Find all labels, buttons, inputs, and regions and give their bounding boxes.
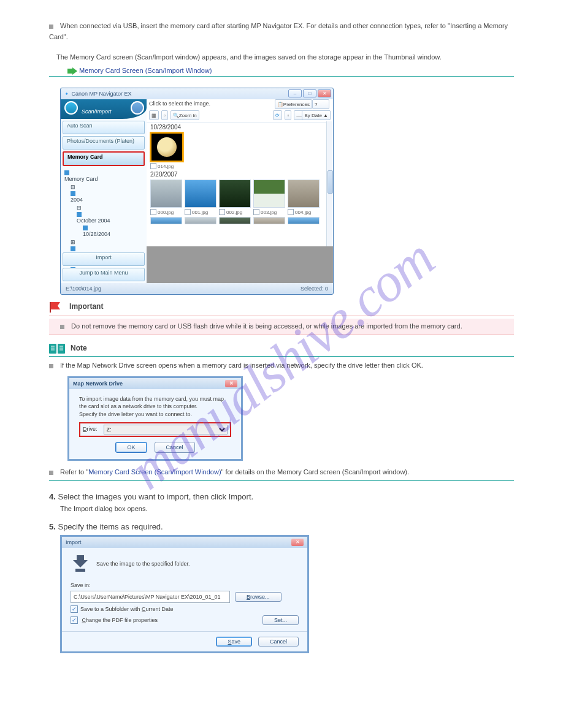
- dialog-body-text: To import image data from the memory car…: [79, 395, 231, 419]
- note-text-b-post: " for details on the Memory Card screen …: [221, 468, 410, 476]
- dialog-title: Map Network Drive: [73, 381, 123, 387]
- status-bar: E:\100\014.jpg Selected: 0: [61, 283, 333, 294]
- important-heading: Important: [69, 302, 103, 311]
- svg-rect-4: [58, 344, 65, 354]
- divider-green-note: [49, 356, 514, 357]
- preferences-button[interactable]: 📋 Preferences: [275, 99, 312, 109]
- save-button[interactable]: Save: [216, 637, 252, 646]
- step5-text: Specify the items as required.: [58, 522, 163, 531]
- minimize-button[interactable]: –: [288, 89, 302, 97]
- save-in-label: Save in:: [71, 582, 299, 588]
- import-dialog: Import ✕ Save the image to the specified…: [60, 535, 309, 653]
- note-text-b-pre: Refer to ": [60, 468, 88, 476]
- thumb-small-icon[interactable]: ▫: [285, 110, 291, 120]
- toolbar: Click to select the image. ▦ ▫ 🔍 Zoom in…: [147, 99, 333, 123]
- help-button[interactable]: ?: [312, 99, 329, 109]
- memory-card-screen-link-2[interactable]: Memory Card Screen (Scan/Import Window): [88, 468, 221, 476]
- close-icon[interactable]: ✕: [225, 380, 237, 387]
- memory-card-tab[interactable]: Memory Card: [63, 151, 145, 166]
- drive-row-highlighted: Drive: Z:: [79, 422, 231, 437]
- svg-rect-3: [49, 344, 56, 354]
- subfolder-checkbox[interactable]: ✓: [71, 605, 78, 613]
- status-path: E:\100\014.jpg: [66, 286, 101, 292]
- svg-rect-12: [75, 569, 85, 572]
- import-button[interactable]: Import: [63, 252, 145, 266]
- thumbnail-003[interactable]: 003.jpg: [253, 180, 284, 215]
- close-button[interactable]: ✕: [318, 89, 331, 97]
- thumbnail-002[interactable]: 002.jpg: [219, 180, 250, 215]
- thumbnail-selected[interactable]: 014.jpg: [150, 132, 181, 169]
- important-band: Do not remove the memory card or USB fla…: [49, 319, 514, 335]
- divider-green: [49, 76, 514, 77]
- date-header-1: 10/28/2004: [150, 124, 323, 131]
- important-flag-icon: [49, 301, 64, 313]
- bullet-icon: [49, 25, 53, 29]
- pdf-properties-label: Change the PDF file properties: [82, 617, 158, 623]
- arrow-right-icon: [67, 67, 77, 75]
- bullet-icon: [49, 364, 53, 368]
- refresh-icon[interactable]: ⟳: [273, 110, 282, 120]
- screen-opens-line: The Memory Card screen (Scan/Import wind…: [56, 53, 514, 61]
- zoom-in-button[interactable]: 🔍 Zoom in: [170, 110, 199, 120]
- step4-text: Select the images you want to import, th…: [58, 492, 253, 501]
- window-title: 🔹 Canon MP Navigator EX: [63, 91, 131, 97]
- import-title: Import: [66, 539, 82, 545]
- cancel-button[interactable]: Cancel: [155, 442, 195, 453]
- select-all-icon[interactable]: ▦: [149, 110, 159, 120]
- close-icon[interactable]: ✕: [291, 539, 304, 546]
- svg-marker-1: [50, 302, 60, 309]
- date-header-2: 2/20/2007: [150, 171, 323, 178]
- deselect-icon[interactable]: ▫: [161, 110, 168, 120]
- divider-red-top: [49, 316, 514, 316]
- drive-select[interactable]: Z:: [104, 425, 228, 434]
- svg-rect-2: [50, 302, 51, 313]
- import-arrow-icon: [71, 554, 90, 574]
- bullet-icon: [49, 471, 53, 475]
- subfolder-label: Save to a Subfolder with Current Date: [80, 606, 174, 612]
- scanner-icon: [64, 101, 78, 115]
- jump-main-menu-button[interactable]: Jump to Main Menu: [63, 268, 145, 281]
- step5-number: 5.: [49, 522, 56, 531]
- mp-navigator-screenshot: 🔹 Canon MP Navigator EX – □ ✕ Scan/Impor…: [60, 88, 334, 295]
- folder-icon: [64, 170, 69, 175]
- drive-label: Drive:: [83, 425, 98, 433]
- thumbnail-001[interactable]: 001.jpg: [185, 180, 215, 215]
- important-text: Do not remove the memory card or USB fla…: [71, 322, 462, 330]
- step4-number: 4.: [49, 492, 56, 501]
- scan-import-label: Scan/Import: [82, 108, 112, 115]
- bullet-icon: [60, 325, 64, 329]
- memory-card-screen-link[interactable]: Memory Card Screen (Scan/Import Window): [79, 67, 212, 74]
- note-heading: Note: [71, 344, 87, 352]
- intro-paragraph: When connected via USB, insert the memor…: [49, 21, 514, 42]
- pdf-properties-checkbox[interactable]: ✓: [71, 616, 78, 624]
- svg-marker-11: [73, 555, 88, 567]
- divider-green-end-note: [49, 480, 514, 481]
- photos-documents-tab[interactable]: Photos/Documents (Platen): [63, 136, 145, 150]
- note-book-icon: [49, 343, 65, 355]
- svg-marker-0: [67, 67, 77, 75]
- browse-button[interactable]: Browse...: [235, 592, 282, 602]
- note-text-a: If the Map Network Drive screen opens wh…: [60, 362, 423, 369]
- set-button[interactable]: Set...: [262, 615, 299, 625]
- maximize-button[interactable]: □: [303, 89, 316, 97]
- thumbnail-000[interactable]: 000.jpg: [150, 180, 181, 215]
- moon-photo: [157, 137, 177, 157]
- step4-aftertext: The Import dialog box opens.: [60, 505, 514, 512]
- save-in-path[interactable]: C:\Users\UserName\Pictures\MP Navigator …: [71, 591, 230, 603]
- map-network-drive-dialog: Map Network Drive ✕ To import image data…: [67, 376, 243, 461]
- sort-dropdown[interactable]: By Date ▲: [302, 110, 331, 120]
- thumbnail-004[interactable]: 004.jpg: [288, 180, 318, 215]
- calendar-icon[interactable]: [131, 101, 144, 115]
- preview-area-empty: [147, 246, 333, 283]
- scan-import-header: Scan/Import: [61, 99, 147, 119]
- status-selected: Selected: 0: [301, 286, 328, 292]
- intro-text: When connected via USB, insert the memor…: [49, 22, 508, 40]
- auto-scan-tab[interactable]: Auto Scan: [63, 121, 145, 134]
- ok-button[interactable]: OK: [115, 442, 147, 453]
- cancel-button[interactable]: Cancel: [258, 637, 299, 646]
- import-detail: Save the image to the specified folder.: [96, 561, 190, 567]
